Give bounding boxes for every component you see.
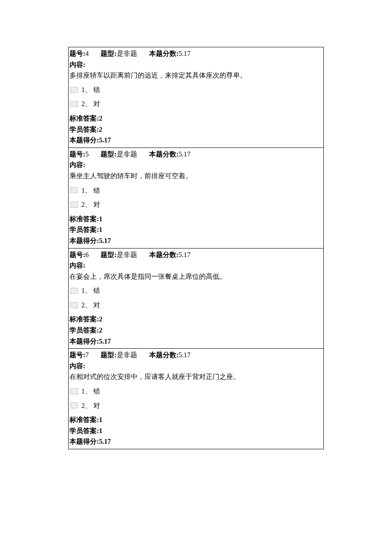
got-score-label: 本题得分: bbox=[69, 438, 99, 445]
qscore-value: 5.17 bbox=[179, 251, 190, 258]
got-score-label: 本题得分: bbox=[69, 237, 99, 244]
option-text: 对 bbox=[93, 300, 100, 311]
qnum-label: 题号: bbox=[69, 251, 85, 258]
answers-block: 标准答案:2 学员答案:2 本题得分:5.17 bbox=[69, 314, 323, 347]
qscore-value: 5.17 bbox=[179, 351, 190, 358]
content-label: 内容: bbox=[69, 159, 323, 171]
question-header: 题号:6 题型:是非题 本题分数:5.17 bbox=[69, 249, 323, 260]
qscore-value: 5.17 bbox=[179, 150, 190, 158]
question-block: 题号:5 题型:是非题 本题分数:5.17 内容: 乘坐主人驾驶的轿车时，前排座… bbox=[68, 147, 324, 248]
question-body: 乘坐主人驾驶的轿车时，前排座可空着。 bbox=[69, 171, 323, 182]
got-score-value: 5.17 bbox=[99, 438, 111, 445]
option-row[interactable]: 1、 错 bbox=[70, 84, 323, 95]
qscore-label: 本题分数: bbox=[149, 351, 179, 358]
option-row[interactable]: 2、 对 bbox=[70, 199, 323, 210]
option-index: 2、 bbox=[81, 98, 92, 110]
qtype-value: 是非题 bbox=[117, 251, 137, 258]
qscore-label: 本题分数: bbox=[149, 50, 179, 57]
option-row[interactable]: 1、 错 bbox=[70, 386, 323, 397]
qtype-label: 题型: bbox=[101, 150, 116, 158]
qtype-value: 是非题 bbox=[117, 150, 137, 158]
option-text: 错 bbox=[93, 84, 100, 95]
stu-answer-label: 学员答案: bbox=[69, 427, 99, 434]
option-row[interactable]: 2、 对 bbox=[70, 400, 323, 411]
stu-answer-value: 1 bbox=[99, 427, 102, 434]
qtype-label: 题型: bbox=[101, 351, 116, 358]
question-header: 题号:7 题型:是非题 本题分数:5.17 bbox=[69, 350, 323, 361]
page-container: 题号:4 题型:是非题 本题分数:5.17 内容: 多排座轿车以距离前门的远近，… bbox=[0, 0, 392, 475]
qnum-value: 6 bbox=[85, 251, 89, 258]
std-answer-label: 标准答案: bbox=[69, 416, 99, 423]
radio-icon[interactable] bbox=[70, 101, 78, 107]
std-answer-label: 标准答案: bbox=[69, 315, 99, 323]
answers-block: 标准答案:2 学员答案:2 本题得分:5.17 bbox=[69, 113, 323, 146]
option-row[interactable]: 2、 对 bbox=[70, 98, 323, 110]
qnum-label: 题号: bbox=[69, 351, 85, 358]
option-text: 错 bbox=[93, 185, 100, 196]
question-header: 题号:5 题型:是非题 本题分数:5.17 bbox=[69, 149, 323, 160]
option-row[interactable]: 1、 错 bbox=[70, 185, 323, 196]
stu-answer-label: 学员答案: bbox=[69, 327, 99, 334]
qnum-value: 7 bbox=[85, 351, 89, 358]
content-label: 内容: bbox=[69, 260, 323, 271]
option-text: 对 bbox=[93, 98, 100, 110]
option-index: 1、 bbox=[81, 185, 92, 196]
option-row[interactable]: 1、 错 bbox=[70, 285, 323, 296]
option-index: 1、 bbox=[81, 285, 92, 296]
answers-block: 标准答案:1 学员答案:1 本题得分:5.17 bbox=[69, 414, 323, 447]
question-block: 题号:7 题型:是非题 本题分数:5.17 内容: 在相对式的位次安排中，应请客… bbox=[68, 348, 324, 449]
qnum-value: 4 bbox=[85, 50, 89, 57]
qnum-label: 题号: bbox=[69, 50, 85, 57]
std-answer-value: 2 bbox=[99, 115, 102, 122]
got-score-label: 本题得分: bbox=[69, 136, 99, 144]
question-block: 题号:6 题型:是非题 本题分数:5.17 内容: 在宴会上，席次具体是指同一张… bbox=[68, 248, 324, 349]
stu-answer-value: 2 bbox=[99, 327, 102, 334]
qtype-value: 是非题 bbox=[117, 351, 137, 358]
radio-icon[interactable] bbox=[70, 202, 78, 208]
option-index: 1、 bbox=[81, 84, 92, 95]
radio-icon[interactable] bbox=[70, 388, 78, 394]
qtype-label: 题型: bbox=[101, 251, 116, 258]
question-body: 在宴会上，席次具体是指同一张餐桌上席位的高低。 bbox=[69, 271, 323, 282]
got-score-value: 5.17 bbox=[99, 237, 111, 244]
option-index: 2、 bbox=[81, 199, 92, 210]
qtype-label: 题型: bbox=[101, 50, 116, 57]
question-body: 多排座轿车以距离前门的远近，来排定其具体座次的尊卑。 bbox=[69, 70, 323, 81]
qnum-label: 题号: bbox=[69, 150, 85, 158]
option-text: 对 bbox=[93, 400, 100, 411]
std-answer-value: 1 bbox=[99, 416, 102, 423]
option-index: 2、 bbox=[81, 400, 92, 411]
content-label: 内容: bbox=[69, 361, 323, 372]
option-text: 错 bbox=[93, 386, 100, 397]
std-answer-label: 标准答案: bbox=[69, 115, 99, 122]
qnum-value: 5 bbox=[85, 150, 89, 158]
radio-icon[interactable] bbox=[70, 87, 78, 93]
stu-answer-label: 学员答案: bbox=[69, 126, 99, 133]
option-text: 错 bbox=[93, 285, 100, 296]
question-body: 在相对式的位次安排中，应请客人就座于背对正门之座。 bbox=[69, 371, 323, 382]
got-score-value: 5.17 bbox=[99, 338, 111, 345]
option-row[interactable]: 2、 对 bbox=[70, 300, 323, 311]
stu-answer-label: 学员答案: bbox=[69, 226, 99, 233]
radio-icon[interactable] bbox=[70, 187, 78, 193]
radio-icon[interactable] bbox=[70, 302, 78, 308]
stu-answer-value: 1 bbox=[99, 226, 102, 233]
qtype-value: 是非题 bbox=[117, 50, 137, 57]
option-index: 1、 bbox=[81, 386, 92, 397]
stu-answer-value: 2 bbox=[99, 126, 102, 133]
std-answer-value: 2 bbox=[99, 315, 102, 323]
std-answer-value: 1 bbox=[99, 215, 102, 223]
std-answer-label: 标准答案: bbox=[69, 215, 99, 223]
radio-icon[interactable] bbox=[70, 402, 78, 408]
content-label: 内容: bbox=[69, 59, 323, 70]
answers-block: 标准答案:1 学员答案:1 本题得分:5.17 bbox=[69, 214, 323, 246]
got-score-value: 5.17 bbox=[99, 136, 111, 144]
question-header: 题号:4 题型:是非题 本题分数:5.17 bbox=[69, 48, 323, 59]
radio-icon[interactable] bbox=[70, 288, 78, 294]
qscore-value: 5.17 bbox=[179, 50, 190, 57]
option-index: 2、 bbox=[81, 300, 92, 311]
question-block: 题号:4 题型:是非题 本题分数:5.17 内容: 多排座轿车以距离前门的远近，… bbox=[68, 47, 324, 147]
got-score-label: 本题得分: bbox=[69, 338, 99, 345]
qscore-label: 本题分数: bbox=[149, 251, 179, 258]
option-text: 对 bbox=[93, 199, 100, 210]
